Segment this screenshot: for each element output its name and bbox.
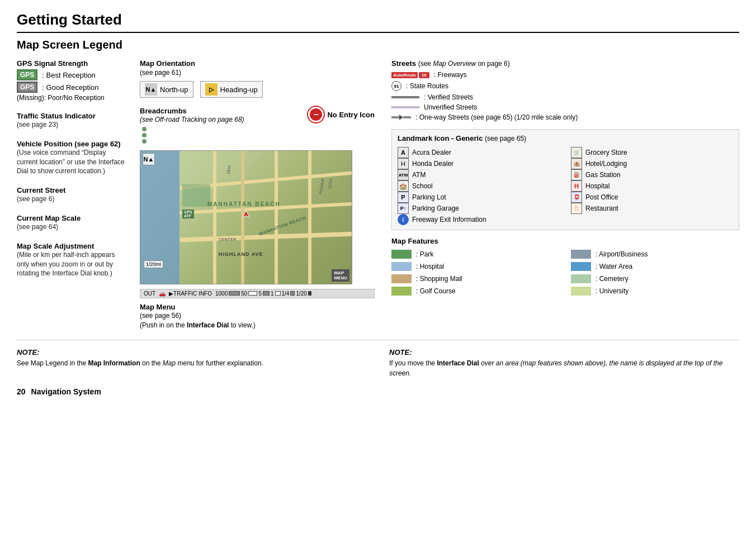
airport-color (571, 250, 591, 259)
gps-good-text: : Good Reception (42, 83, 98, 92)
oneway-label: : One-way Streets (see page 65) (1/20 mi… (415, 113, 578, 121)
map-menu-sub1: (see page 56) (140, 311, 375, 321)
map-features-title: Map Features (391, 237, 739, 245)
no-entry-section: – No Entry Icon (308, 107, 375, 122)
street-freeways: AutoRoute 10 : Freeways (391, 71, 739, 79)
landmark-acura: A Acura Dealer (398, 147, 560, 158)
scale-indicator: 1/20mi (144, 260, 163, 268)
airport-label: : Airport/Business (596, 250, 648, 258)
scale-5: 5 (258, 291, 262, 297)
scale-bar: 1000 50 5 1 1/4 1/20 (215, 291, 311, 297)
landmark-col-right: 🛒 Grocery Store 🏨 Hotel/Lodging ⛽ Gas St… (571, 147, 733, 225)
parking-lot-icon: P (398, 192, 409, 203)
right-column: Streets (see Map Overview on page 6) Aut… (380, 59, 739, 302)
hospital-color (391, 262, 412, 271)
note-left: NOTE: See Map Legend in the Map Informat… (17, 347, 367, 378)
unverified-label: Unverified Streets (424, 103, 477, 111)
map-menu-section: Map Menu (see page 56) (Push in on the I… (140, 303, 375, 330)
crumb-dot-3 (142, 139, 147, 144)
verified-label: : Verified Streets (424, 93, 473, 101)
scale-120: 1/20 (296, 291, 306, 297)
current-map-scale-section: Current Map Scale (see page 64) (17, 214, 129, 232)
map-menu-button[interactable]: MAPMENU (332, 269, 349, 282)
scale-1000: 1000 (215, 291, 228, 297)
traffic-label: Traffic Status Indicator (17, 112, 129, 120)
verified-line (391, 96, 419, 98)
golf-label: : Golf Course (416, 287, 456, 295)
north-up-button[interactable]: N▲ North-up (140, 81, 193, 98)
landmark-hospital: H Hospital (571, 180, 733, 192)
traffic-status-section: Traffic Status Indicator (see page 23) (17, 112, 129, 130)
scale-adj-label: Map Scale Adjustment (17, 242, 129, 250)
north-compass: N▲ (143, 153, 155, 165)
traffic-sub: (see page 23) (17, 120, 129, 130)
acura-icon: A (398, 147, 409, 158)
grocery-icon: 🛒 (571, 147, 582, 158)
mf-golf: : Golf Course (391, 287, 560, 296)
traffic-info-label: ▶TRAFFIC INFO (169, 291, 212, 297)
gps-signal-section: GPS Signal Strength GPS : Best Reception… (17, 59, 129, 102)
landmark-post-office: 📮 Post Office (571, 192, 733, 203)
mf-water: : Water Area (571, 262, 739, 271)
map-menu-sub2: (Push in on the Interface Dial to view.) (140, 321, 375, 330)
orientation-buttons: N▲ North-up ▷ Heading-up (140, 81, 263, 98)
gas-label: Gas Station (585, 171, 621, 179)
parking-lot-label: Parking Lot (412, 193, 446, 201)
freeway-exit-icon: i (398, 214, 409, 225)
school-label: School (412, 182, 433, 190)
heading-up-button[interactable]: ▷ Heading-up (200, 81, 263, 98)
landmark-parking-lot: P Parking Lot (398, 192, 560, 203)
mf-airport: : Airport/Business (571, 250, 739, 259)
left-column: GPS Signal Strength GPS : Best Reception… (17, 59, 134, 288)
street-oneway: : One-way Streets (see page 65) (1/20 mi… (391, 113, 739, 121)
landmark-hotel: 🏨 Hotel/Lodging (571, 158, 733, 169)
grocery-label: Grocery Store (585, 149, 627, 156)
scale-adj-sub: (Mile or km per half-inch appears only w… (17, 250, 129, 278)
traffic-out-label: OUT (144, 291, 155, 297)
scale-1: 1 (271, 291, 274, 297)
map-orientation-sub: (see page 61) (140, 69, 263, 77)
note-left-text: See Map Legend in the Map Information on… (17, 358, 367, 368)
landmark-title: Landmark Icon - Generic (see page 65) (398, 134, 733, 142)
scale-seg-120 (308, 291, 311, 296)
school-icon: 🏫 (398, 180, 409, 192)
vehicle-label: Vehicle Position (see page 62) (17, 140, 129, 148)
map-orientation-label: Map Orientation (140, 59, 263, 68)
scale-seg-5 (263, 291, 270, 296)
water-color (571, 262, 591, 271)
breadcrumbs-label: Breadcrumbs (140, 107, 244, 115)
scale-50: 50 (241, 291, 247, 297)
map-menu-label: Map Menu (140, 303, 375, 311)
golf-color (391, 287, 412, 296)
breadcrumbs-sub: (see Off-road Tracking on page 68) (140, 115, 244, 125)
map-label-highland: HIGHLAND AVE (219, 251, 263, 257)
landmark-school: 🏫 School (398, 180, 560, 192)
honda-label: Honda Dealer (412, 160, 453, 168)
state-badge-91: 91 (391, 81, 401, 91)
streets-section: Streets (see Map Overview on page 6) Aut… (391, 59, 739, 121)
breadcrumb-dots (142, 127, 244, 144)
street-state-routes: 91 : State Routes (391, 81, 739, 91)
map-scale-label: Current Map Scale (17, 214, 129, 222)
map-label-manhattan: MANHATTAN BEACH (207, 201, 281, 207)
note-right: NOTE: If you move the Interface Dial ove… (389, 347, 739, 378)
restaurant-label: Restaurant (585, 204, 618, 212)
north-up-label: North-up (160, 85, 188, 94)
footer-label: Navigation System (31, 387, 101, 396)
map-orientation-section: Map Orientation (see page 61) N▲ North-u… (140, 59, 263, 103)
landmark-restaurant: 🍴 Restaurant (571, 203, 733, 214)
freeway-label: : Freeways (434, 71, 467, 79)
gps-good-icon: GPS (17, 82, 37, 93)
no-entry-label: No Entry Icon (327, 111, 375, 119)
scale-seg-1 (275, 291, 281, 296)
map-road-4 (213, 151, 216, 284)
landmark-honda: H Honda Dealer (398, 158, 560, 169)
parking-garage-icon: P↑ (398, 203, 409, 214)
landmark-section: Landmark Icon - Generic (see page 65) A … (391, 129, 739, 230)
landmark-col-left: A Acura Dealer H Honda Dealer ATM ATM 🏫 … (398, 147, 560, 225)
hospital-feat-label: : Hospital (416, 263, 444, 270)
gas-icon: ⛽ (571, 169, 582, 180)
gps-marker: GPSATF (182, 210, 194, 218)
scale-14: 1/4 (282, 291, 290, 297)
atm-label: ATM (412, 171, 426, 179)
